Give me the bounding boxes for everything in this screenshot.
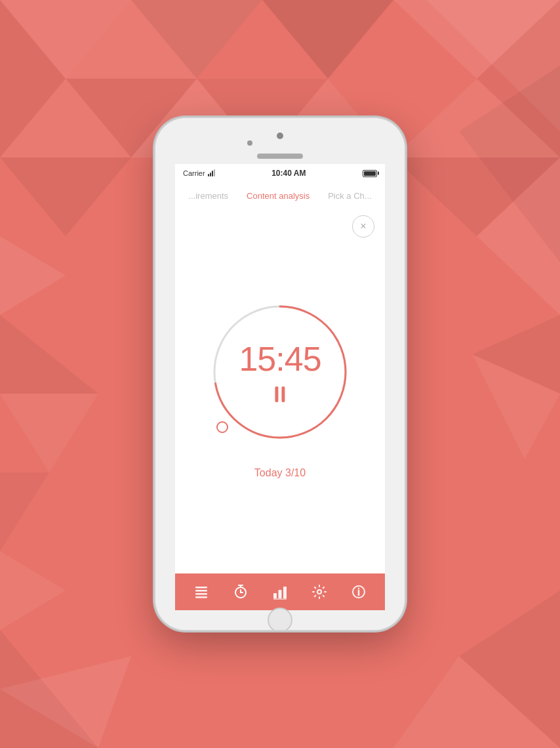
svg-rect-35: [195, 587, 207, 589]
svg-point-48: [317, 590, 321, 594]
timer-circle: 15:45: [205, 297, 355, 447]
today-label: Today: [254, 467, 283, 478]
svg-rect-45: [279, 590, 282, 598]
today-count: Today 3/10: [254, 467, 306, 479]
sensor: [247, 140, 252, 146]
battery-icon: [363, 170, 377, 177]
svg-rect-44: [273, 593, 277, 598]
home-button[interactable]: [268, 608, 292, 630]
tab-info[interactable]: [344, 577, 373, 606]
status-time: 10:40 AM: [271, 169, 306, 178]
timer-drag-handle[interactable]: [216, 421, 228, 433]
pause-bar-left: [275, 386, 278, 402]
front-camera: [277, 133, 283, 139]
status-bar: Carrier 10:40 AM: [175, 164, 385, 182]
close-button[interactable]: ×: [352, 215, 374, 238]
timer-display: 15:45: [239, 342, 321, 376]
phone-screen: Carrier 10:40 AM ...irements Content ana…: [175, 164, 385, 610]
tab-timer[interactable]: [226, 577, 255, 606]
svg-rect-37: [195, 593, 207, 595]
pause-button[interactable]: [275, 386, 285, 402]
carrier-label: Carrier: [183, 169, 205, 177]
close-icon: ×: [360, 220, 366, 232]
svg-rect-46: [283, 587, 287, 598]
top-navigation: ...irements Content analysis Pick a Ch..…: [175, 182, 385, 209]
timer-content: 15:45: [239, 342, 321, 402]
battery-fill: [364, 171, 376, 176]
list-icon: [194, 585, 209, 599]
phone-top-hardware: [155, 118, 405, 164]
chart-icon: [272, 584, 288, 600]
nav-item-content-analysis[interactable]: Content analysis: [237, 182, 319, 209]
phone-frame: Carrier 10:40 AM ...irements Content ana…: [155, 118, 405, 630]
timer-area: × 15:45: [175, 209, 385, 573]
svg-point-51: [358, 588, 359, 589]
svg-rect-36: [195, 590, 207, 592]
settings-icon: [311, 584, 327, 600]
today-value: 3/10: [285, 467, 306, 478]
info-icon: [351, 584, 367, 600]
timer-icon: [233, 584, 249, 600]
pause-bar-right: [281, 386, 285, 402]
tab-settings[interactable]: [305, 577, 334, 606]
carrier-info: Carrier: [183, 169, 215, 177]
earpiece-speaker: [257, 154, 303, 159]
wifi-icon: [208, 170, 215, 177]
nav-item-requirements[interactable]: ...irements: [179, 182, 237, 209]
phone-bottom-hardware: [155, 610, 405, 630]
svg-rect-38: [195, 596, 207, 598]
tab-list[interactable]: [187, 577, 216, 606]
tab-chart[interactable]: [266, 577, 294, 606]
bottom-tab-bar: [175, 573, 385, 610]
nav-item-pick-color[interactable]: Pick a Ch...: [319, 182, 380, 209]
